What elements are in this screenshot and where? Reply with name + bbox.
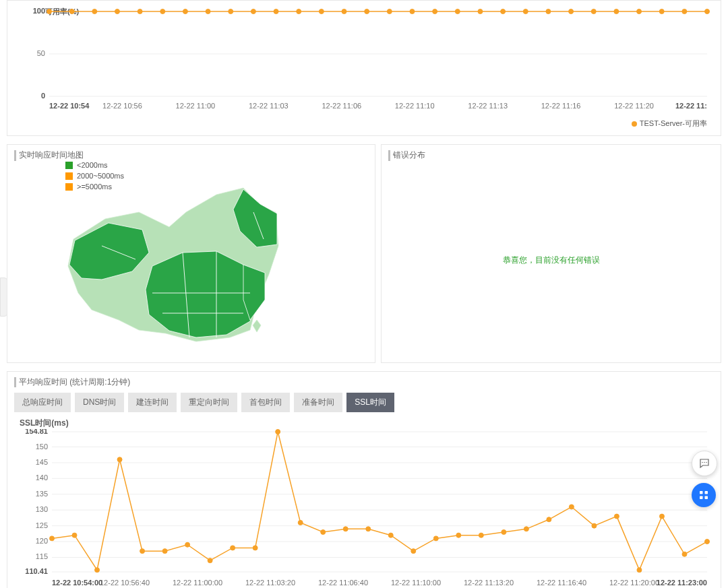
apps-icon xyxy=(698,489,710,501)
svg-point-19 xyxy=(92,9,97,14)
svg-point-39 xyxy=(546,9,551,14)
legend-dot-icon xyxy=(632,121,637,127)
svg-text:12-22 10:56: 12-22 10:56 xyxy=(102,102,142,110)
svg-point-99 xyxy=(411,549,416,554)
map-panel-title: 实时响应时间地图 xyxy=(14,150,368,161)
svg-text:12-22 10:56:40: 12-22 10:56:40 xyxy=(100,579,150,587)
svg-point-115 xyxy=(706,462,707,463)
svg-text:140: 140 xyxy=(36,474,48,482)
svg-rect-118 xyxy=(700,496,703,500)
svg-point-97 xyxy=(366,527,371,531)
availability-legend-label: TEST-Server-可用率 xyxy=(640,119,707,129)
svg-point-41 xyxy=(591,9,596,14)
svg-point-46 xyxy=(705,9,710,14)
svg-point-93 xyxy=(276,430,280,434)
svg-point-106 xyxy=(569,504,574,509)
tab-2[interactable]: 建连时间 xyxy=(128,393,177,412)
svg-point-84 xyxy=(72,533,77,537)
svg-text:12-22 10:54:00: 12-22 10:54:00 xyxy=(52,579,102,587)
svg-text:12-22 11:23:00: 12-22 11:23:00 xyxy=(657,579,707,587)
tab-6[interactable]: SSL时间 xyxy=(346,393,394,412)
svg-text:12-22 11:16: 12-22 11:16 xyxy=(541,102,581,110)
svg-text:0: 0 xyxy=(41,92,45,100)
svg-text:12-22 11:03: 12-22 11:03 xyxy=(249,102,289,110)
svg-text:150: 150 xyxy=(36,443,48,451)
map-legend-item: 2000~5000ms xyxy=(65,172,124,180)
tab-3[interactable]: 重定向时间 xyxy=(181,393,237,412)
map-legend-label: >=5000ms xyxy=(77,183,112,191)
svg-point-33 xyxy=(410,9,415,14)
svg-point-32 xyxy=(387,9,392,14)
svg-point-109 xyxy=(637,568,642,573)
response-panel-title: 平均响应时间 (统计周期:1分钟) xyxy=(14,377,714,388)
svg-point-42 xyxy=(614,9,619,14)
svg-point-114 xyxy=(704,462,705,463)
map-legend: <2000ms 2000~5000ms >=5000ms xyxy=(65,161,124,193)
svg-text:115: 115 xyxy=(36,553,48,561)
svg-point-23 xyxy=(183,9,187,14)
svg-point-40 xyxy=(569,9,574,14)
svg-point-89 xyxy=(185,542,190,547)
svg-point-103 xyxy=(502,530,506,535)
svg-text:130: 130 xyxy=(36,505,48,513)
svg-text:12-22 11:00: 12-22 11:00 xyxy=(176,102,216,110)
svg-text:12-22 11:16:40: 12-22 11:16:40 xyxy=(537,579,586,587)
svg-point-102 xyxy=(479,533,483,537)
svg-rect-119 xyxy=(705,496,708,500)
svg-text:12-22 11:13:20: 12-22 11:13:20 xyxy=(464,579,514,587)
svg-point-105 xyxy=(547,517,551,522)
svg-point-21 xyxy=(138,9,142,14)
svg-point-98 xyxy=(388,533,393,537)
svg-text:12-22 11:00:00: 12-22 11:00:00 xyxy=(173,579,222,587)
legend-swatch-icon xyxy=(65,183,73,191)
map-legend-item: <2000ms xyxy=(65,161,124,169)
svg-point-86 xyxy=(117,457,122,462)
tab-5[interactable]: 准备时间 xyxy=(294,393,342,412)
svg-point-37 xyxy=(501,9,506,14)
svg-point-85 xyxy=(95,568,100,573)
svg-text:12-22 11:06: 12-22 11:06 xyxy=(322,102,361,110)
svg-point-24 xyxy=(206,9,210,14)
svg-point-29 xyxy=(319,9,324,14)
response-panel: 平均响应时间 (统计周期:1分钟) 总响应时间DNS时间建连时间重定向时间首包时… xyxy=(7,371,721,588)
svg-text:145: 145 xyxy=(36,458,48,466)
svg-point-26 xyxy=(251,9,255,14)
svg-point-44 xyxy=(659,9,664,14)
svg-point-91 xyxy=(231,546,235,550)
tab-1[interactable]: DNS时间 xyxy=(75,393,124,412)
svg-point-20 xyxy=(115,9,119,14)
svg-point-45 xyxy=(682,9,687,14)
svg-point-31 xyxy=(365,9,369,14)
svg-point-17 xyxy=(47,9,52,14)
error-panel: 错误分布 恭喜您，目前没有任何错误 xyxy=(381,144,721,363)
map-panel: 实时响应时间地图 <2000ms 2000~5000ms >=5000ms xyxy=(7,144,375,363)
tab-0[interactable]: 总响应时间 xyxy=(14,393,71,412)
svg-text:125: 125 xyxy=(36,521,48,529)
chat-fab[interactable] xyxy=(692,451,717,476)
svg-point-110 xyxy=(659,514,664,519)
svg-point-22 xyxy=(160,9,165,14)
svg-point-92 xyxy=(253,546,257,550)
svg-point-90 xyxy=(208,558,212,563)
availability-legend: TEST-Server-可用率 xyxy=(14,116,714,129)
svg-point-87 xyxy=(140,549,145,554)
svg-point-43 xyxy=(637,9,642,14)
svg-point-28 xyxy=(297,9,301,14)
svg-point-88 xyxy=(162,549,167,554)
svg-rect-117 xyxy=(705,491,708,494)
svg-text:12-22 11:10: 12-22 11:10 xyxy=(395,102,435,110)
svg-point-38 xyxy=(523,9,528,14)
svg-text:12-22 11:06:40: 12-22 11:06:40 xyxy=(318,579,368,587)
availability-chart: 050100可用率(%)12-22 10:5412-22 10:5612-22 … xyxy=(14,6,714,116)
svg-text:12-22 11:10:00: 12-22 11:10:00 xyxy=(391,579,441,587)
error-panel-title: 错误分布 xyxy=(388,150,714,161)
legend-swatch-icon xyxy=(65,162,73,169)
apps-fab[interactable] xyxy=(692,483,716,507)
map-legend-label: <2000ms xyxy=(77,161,108,169)
svg-point-104 xyxy=(524,527,528,531)
svg-rect-116 xyxy=(700,491,703,494)
svg-point-27 xyxy=(274,9,278,14)
ssl-chart: 110.41115120125130135140145150154.8112-2… xyxy=(14,429,714,588)
tab-4[interactable]: 首包时间 xyxy=(241,393,290,412)
svg-point-94 xyxy=(298,521,303,525)
